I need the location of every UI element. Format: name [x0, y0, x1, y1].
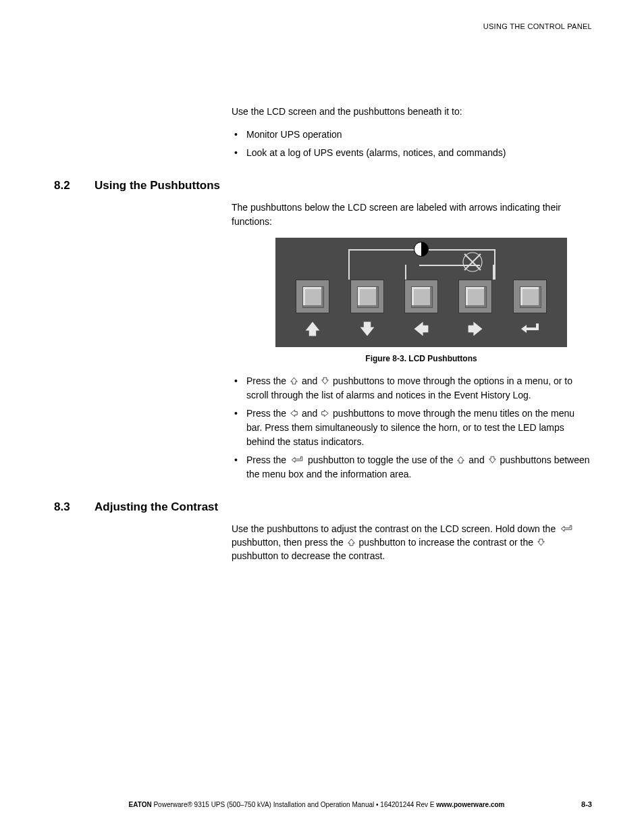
arrow-down-icon [536, 536, 546, 544]
footer-url: www.powerware.com [436, 801, 504, 808]
section-number: 8.3 [54, 500, 95, 514]
text-run: pushbutton to toggle the use of the [308, 454, 456, 465]
arrow-up-icon [456, 454, 466, 462]
section-title: Using the Pushbuttons [95, 179, 220, 192]
footer-brand: EATON [129, 801, 152, 808]
pushbutton-enter [513, 280, 547, 313]
enter-icon [513, 316, 547, 342]
enter-icon [289, 454, 305, 462]
contrast-icon [414, 242, 429, 257]
arrow-up-icon [289, 375, 299, 383]
enter-icon [558, 523, 574, 531]
arrow-down-icon [487, 454, 498, 462]
alarm-cross-icon [462, 251, 483, 273]
section-8-2-bullets: Press the and pushbuttons to move throug… [232, 374, 592, 481]
text-run: and [302, 375, 320, 386]
list-item: Press the pushbutton to toggle the use o… [232, 453, 592, 481]
list-item: Press the and pushbuttons to move throug… [232, 407, 592, 449]
arrow-right-icon [320, 407, 330, 415]
section-heading-8-2: 8.2 Using the Pushbuttons [54, 179, 592, 192]
pushbutton-down [350, 280, 384, 313]
text-run: and [468, 454, 487, 465]
arrow-left-icon [289, 407, 299, 415]
footer-docnum: 164201244 Rev E [380, 801, 436, 808]
arrow-right-icon [458, 316, 492, 342]
arrow-left-icon [404, 316, 438, 342]
section-8-3-para: Use the pushbuttons to adjust the contra… [232, 522, 592, 563]
list-item: Press the and pushbuttons to move throug… [232, 374, 592, 402]
list-item: Monitor UPS operation [232, 128, 592, 142]
text-run: pushbutton to decrease the contrast. [232, 550, 385, 561]
text-run: Press the [246, 454, 289, 465]
page-number: 8-3 [581, 800, 592, 808]
intro-bullet-list: Monitor UPS operation Look at a log of U… [232, 128, 592, 160]
figure-lcd-pushbuttons [275, 238, 567, 347]
text-run: Press the [246, 375, 289, 386]
footer-product: Powerware® 9315 UPS (500–750 kVA) Instal… [152, 801, 375, 808]
running-header: USING THE CONTROL PANEL [54, 22, 592, 30]
pushbutton-up [296, 280, 329, 313]
section-number: 8.2 [54, 179, 95, 192]
text-run: and [302, 408, 320, 419]
intro-lead: Use the LCD screen and the pushbuttons b… [232, 105, 592, 118]
section-heading-8-3: 8.3 Adjusting the Contrast [54, 500, 592, 514]
list-item: Look at a log of UPS events (alarms, not… [232, 146, 592, 160]
text-run: pushbutton, then press the [232, 537, 346, 548]
arrow-up-icon [346, 536, 356, 544]
page-footer: EATON Powerware® 9315 UPS (500–750 kVA) … [52, 800, 592, 808]
text-run: pushbutton to increase the contrast or t… [359, 537, 536, 548]
figure-caption: Figure 8-3. LCD Pushbuttons [275, 354, 567, 363]
pushbutton-right [458, 280, 492, 313]
footer-sep: • [374, 801, 380, 808]
arrow-down-icon [320, 375, 330, 383]
text-run: Press the [246, 408, 289, 419]
arrow-down-icon [350, 316, 384, 342]
arrow-up-icon [296, 316, 329, 342]
text-run: Use the pushbuttons to adjust the contra… [232, 523, 558, 534]
section-title: Adjusting the Contrast [95, 500, 218, 514]
pushbutton-left [404, 280, 438, 313]
section-8-2-para: The pushbuttons below the LCD screen are… [232, 201, 592, 228]
